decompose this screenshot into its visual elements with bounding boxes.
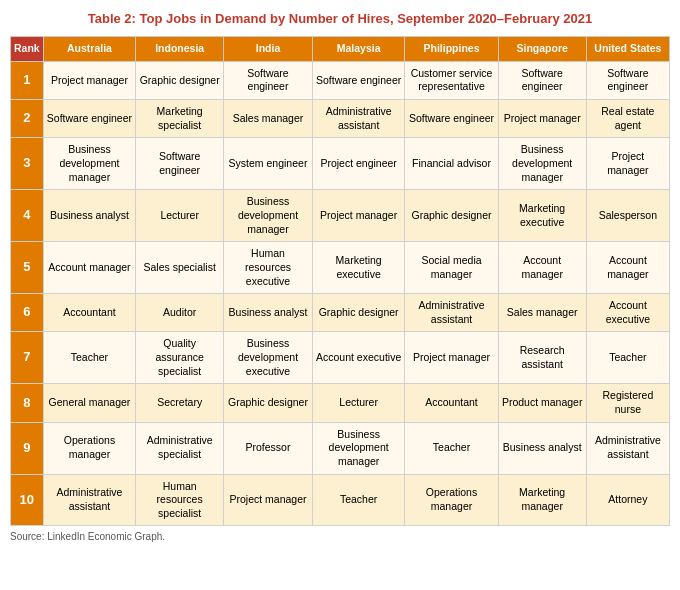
rank-cell: 8	[11, 384, 44, 422]
cell-australia: Operations manager	[43, 422, 136, 474]
column-header-indonesia: Indonesia	[136, 37, 224, 62]
cell-united_states: Salesperson	[586, 190, 669, 242]
rank-cell: 2	[11, 100, 44, 138]
source-note: Source: LinkedIn Economic Graph.	[10, 531, 670, 542]
cell-united_states: Real estate agent	[586, 100, 669, 138]
cell-united_states: Project manager	[586, 138, 669, 190]
rank-cell: 1	[11, 61, 44, 99]
column-header-malaysia: Malaysia	[312, 37, 405, 62]
rank-cell: 5	[11, 242, 44, 294]
cell-australia: Project manager	[43, 61, 136, 99]
table-row: 3Business development managerSoftware en…	[11, 138, 670, 190]
cell-indonesia: Quality assurance specialist	[136, 332, 224, 384]
cell-australia: Accountant	[43, 294, 136, 332]
table-row: 1Project managerGraphic designerSoftware…	[11, 61, 670, 99]
cell-singapore: Sales manager	[498, 294, 586, 332]
cell-indonesia: Secretary	[136, 384, 224, 422]
cell-india: Business analyst	[224, 294, 313, 332]
table-row: 5Account managerSales specialistHuman re…	[11, 242, 670, 294]
table-row: 6AccountantAuditorBusiness analystGraphi…	[11, 294, 670, 332]
table-row: 10Administrative assistantHuman resource…	[11, 474, 670, 526]
rank-cell: 10	[11, 474, 44, 526]
cell-indonesia: Lecturer	[136, 190, 224, 242]
cell-singapore: Product manager	[498, 384, 586, 422]
cell-australia: Business analyst	[43, 190, 136, 242]
table-row: 9Operations managerAdministrative specia…	[11, 422, 670, 474]
cell-singapore: Account manager	[498, 242, 586, 294]
cell-philippines: Project manager	[405, 332, 498, 384]
table-title: Table 2: Top Jobs in Demand by Number of…	[10, 10, 670, 28]
cell-united_states: Teacher	[586, 332, 669, 384]
cell-malaysia: Administrative assistant	[312, 100, 405, 138]
column-header-united-states: United States	[586, 37, 669, 62]
cell-india: System engineer	[224, 138, 313, 190]
cell-indonesia: Administrative specialist	[136, 422, 224, 474]
column-header-singapore: Singapore	[498, 37, 586, 62]
cell-singapore: Project manager	[498, 100, 586, 138]
cell-indonesia: Human resources specialist	[136, 474, 224, 526]
cell-singapore: Marketing manager	[498, 474, 586, 526]
cell-philippines: Social media manager	[405, 242, 498, 294]
cell-malaysia: Project manager	[312, 190, 405, 242]
rank-cell: 7	[11, 332, 44, 384]
cell-indonesia: Software engineer	[136, 138, 224, 190]
cell-philippines: Administrative assistant	[405, 294, 498, 332]
cell-india: Software engineer	[224, 61, 313, 99]
cell-indonesia: Graphic designer	[136, 61, 224, 99]
cell-philippines: Teacher	[405, 422, 498, 474]
table-row: 8General managerSecretaryGraphic designe…	[11, 384, 670, 422]
column-header-rank: Rank	[11, 37, 44, 62]
cell-malaysia: Graphic designer	[312, 294, 405, 332]
cell-united_states: Administrative assistant	[586, 422, 669, 474]
cell-indonesia: Sales specialist	[136, 242, 224, 294]
cell-singapore: Research assistant	[498, 332, 586, 384]
cell-india: Business development manager	[224, 190, 313, 242]
rank-cell: 9	[11, 422, 44, 474]
cell-malaysia: Project engineer	[312, 138, 405, 190]
cell-philippines: Operations manager	[405, 474, 498, 526]
cell-australia: Account manager	[43, 242, 136, 294]
cell-malaysia: Account executive	[312, 332, 405, 384]
cell-united_states: Account executive	[586, 294, 669, 332]
cell-malaysia: Software engineer	[312, 61, 405, 99]
cell-singapore: Software engineer	[498, 61, 586, 99]
cell-singapore: Marketing executive	[498, 190, 586, 242]
cell-united_states: Registered nurse	[586, 384, 669, 422]
cell-india: Human resources executive	[224, 242, 313, 294]
rank-cell: 6	[11, 294, 44, 332]
cell-india: Project manager	[224, 474, 313, 526]
cell-india: Graphic designer	[224, 384, 313, 422]
table-row: 7TeacherQuality assurance specialistBusi…	[11, 332, 670, 384]
cell-united_states: Software engineer	[586, 61, 669, 99]
cell-philippines: Accountant	[405, 384, 498, 422]
cell-india: Professor	[224, 422, 313, 474]
cell-indonesia: Marketing specialist	[136, 100, 224, 138]
cell-indonesia: Auditor	[136, 294, 224, 332]
cell-australia: Administrative assistant	[43, 474, 136, 526]
cell-singapore: Business analyst	[498, 422, 586, 474]
cell-malaysia: Lecturer	[312, 384, 405, 422]
cell-philippines: Graphic designer	[405, 190, 498, 242]
cell-united_states: Account manager	[586, 242, 669, 294]
cell-malaysia: Business development manager	[312, 422, 405, 474]
column-header-india: India	[224, 37, 313, 62]
cell-australia: Teacher	[43, 332, 136, 384]
cell-singapore: Business development manager	[498, 138, 586, 190]
cell-india: Sales manager	[224, 100, 313, 138]
cell-australia: Software engineer	[43, 100, 136, 138]
column-header-philippines: Philippines	[405, 37, 498, 62]
rank-cell: 3	[11, 138, 44, 190]
header-row: RankAustraliaIndonesiaIndiaMalaysiaPhili…	[11, 37, 670, 62]
cell-philippines: Customer service representative	[405, 61, 498, 99]
cell-india: Business development executive	[224, 332, 313, 384]
data-table: RankAustraliaIndonesiaIndiaMalaysiaPhili…	[10, 36, 670, 526]
column-header-australia: Australia	[43, 37, 136, 62]
cell-united_states: Attorney	[586, 474, 669, 526]
cell-australia: General manager	[43, 384, 136, 422]
cell-malaysia: Marketing executive	[312, 242, 405, 294]
cell-philippines: Financial advisor	[405, 138, 498, 190]
table-row: 4Business analystLecturerBusiness develo…	[11, 190, 670, 242]
cell-australia: Business development manager	[43, 138, 136, 190]
cell-malaysia: Teacher	[312, 474, 405, 526]
rank-cell: 4	[11, 190, 44, 242]
